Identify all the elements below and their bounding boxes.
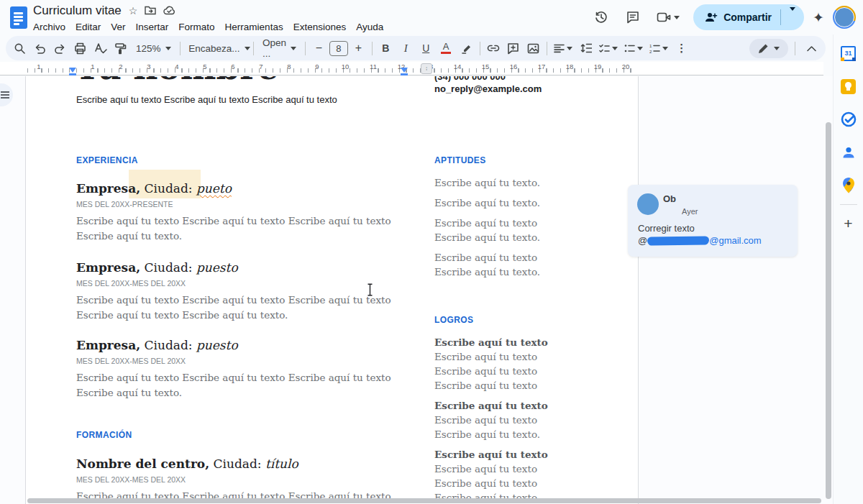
entry-org: Empresa,	[76, 260, 140, 275]
cloud-status-icon[interactable]	[163, 6, 175, 17]
svg-text:2: 2	[649, 50, 652, 53]
experience-entry: Empresa, Ciudad: pueto MES DEL 20XX-PRES…	[76, 180, 405, 243]
menu-ayuda[interactable]: Ayuda	[351, 20, 388, 34]
gemini-sparkle-icon[interactable]: ✦	[810, 9, 827, 26]
ruler-mark: 16	[508, 63, 519, 70]
section-heading-aptitudes: APTITUDES	[434, 155, 486, 165]
vertical-scrollbar[interactable]	[826, 122, 831, 499]
menu-herramientas[interactable]: Herramientas	[220, 20, 288, 34]
document-canvas[interactable]: Tu nombre (34) 000 000 000 no_reply@exam…	[0, 76, 833, 504]
menu-editar[interactable]: Editar	[70, 20, 106, 34]
indent-marker-right[interactable]	[401, 68, 408, 75]
hide-menus-icon[interactable]	[802, 39, 821, 58]
menu-extensiones[interactable]: Extensiones	[288, 20, 352, 34]
avatar[interactable]	[833, 6, 856, 29]
document-page[interactable]: Tu nombre (34) 000 000 000 no_reply@exam…	[25, 76, 639, 504]
contact-email: no_reply@example.com	[434, 83, 600, 94]
ruler-mark: 4	[172, 63, 182, 70]
insert-link-icon[interactable]	[483, 39, 503, 58]
tasks-icon[interactable]	[837, 108, 860, 131]
insert-image-icon[interactable]	[524, 39, 543, 58]
entry-loc: Ciudad:	[209, 457, 265, 471]
title-block: Curriculum vitae ☆ Archivo Editar Ver In…	[33, 3, 388, 34]
search-menus-icon[interactable]	[10, 39, 29, 58]
undo-icon[interactable]	[30, 39, 50, 58]
achievements-list: Escribe aquí tu texto Escribe aquí tu te…	[434, 335, 568, 504]
share-button[interactable]: Compartir	[693, 4, 804, 30]
increase-font-size-button[interactable]: +	[349, 39, 368, 58]
checklist-button[interactable]	[596, 39, 621, 58]
line-spacing-icon[interactable]	[576, 39, 595, 58]
contacts-icon[interactable]	[837, 141, 860, 164]
underline-button[interactable]: U	[416, 39, 436, 58]
toolbar-divider	[305, 42, 306, 55]
horizontal-scrollbar[interactable]	[27, 498, 821, 503]
font-size-input[interactable]	[329, 41, 348, 56]
mention-domain: @gmail.com	[709, 235, 761, 246]
entry-org: Nombre del centro,	[76, 457, 209, 471]
video-call-icon[interactable]	[652, 4, 685, 30]
highlight-color-icon[interactable]	[457, 39, 476, 58]
get-addons-button[interactable]: +	[837, 212, 860, 235]
decrease-font-size-button[interactable]: −	[309, 39, 329, 58]
ruler-mark: 9	[312, 63, 322, 70]
spell-check-icon[interactable]	[91, 39, 110, 58]
styles-select[interactable]: Encabeza...	[183, 39, 250, 58]
entry-role: título	[265, 457, 298, 471]
italic-button[interactable]: I	[396, 39, 416, 58]
share-label: Compartir	[723, 12, 772, 23]
column-gap-handle[interactable]: ⁞	[421, 63, 432, 74]
star-icon[interactable]: ☆	[129, 6, 138, 16]
bold-button[interactable]: B	[376, 39, 396, 58]
font-select[interactable]: Open ...	[257, 39, 301, 58]
align-button[interactable]	[551, 39, 575, 58]
print-icon[interactable]	[70, 39, 90, 58]
bulleted-list-button[interactable]	[621, 39, 646, 58]
menu-bar: Archivo Editar Ver Insertar Formato Herr…	[28, 20, 388, 34]
comments-icon[interactable]	[620, 4, 646, 30]
entry-dates: MES DEL 20XX-MES DEL 20XX	[76, 357, 405, 366]
ruler-mark: 17	[536, 63, 547, 70]
svg-text:1: 1	[649, 44, 652, 48]
keep-icon[interactable]	[837, 75, 860, 98]
maps-icon[interactable]	[837, 174, 860, 197]
document-title[interactable]: Curriculum vitae	[33, 4, 122, 18]
ruler-mark: 7	[256, 63, 266, 70]
menu-archivo[interactable]: Archivo	[28, 20, 70, 34]
ruler-mark: 10	[340, 63, 350, 70]
style-value: Encabeza...	[188, 43, 239, 54]
redo-icon[interactable]	[50, 39, 70, 58]
entry-role-misspelled: pueto	[196, 181, 232, 196]
comment-card[interactable]: Ob Ayer Corregir texto @@gmail.com	[628, 185, 798, 257]
calendar-icon[interactable]: 31	[837, 42, 860, 65]
entry-body: Escribe aquí tu texto Escribe aquí tu te…	[76, 370, 405, 400]
titlebar-actions: Compartir ✦	[588, 0, 856, 35]
version-history-icon[interactable]	[588, 4, 614, 30]
comment-timestamp: Ayer	[682, 207, 698, 216]
add-comment-icon[interactable]	[503, 39, 523, 58]
section-heading-formacion: FORMACIÓN	[76, 430, 132, 440]
achievement-item: Escribe aquí tu texto Escribe aquí tu te…	[434, 335, 568, 393]
skill-item: Escribe aquí tu texto Escribe aquí tu te…	[434, 250, 568, 279]
menu-insertar[interactable]: Insertar	[131, 20, 174, 34]
text-color-button[interactable]: A	[437, 39, 456, 58]
zoom-select[interactable]: 125%	[131, 39, 176, 58]
numbered-list-button[interactable]: 12	[647, 39, 671, 58]
text-cursor	[366, 283, 374, 299]
skill-item: Escribe aquí tu texto Escribe aquí tu te…	[434, 216, 568, 244]
share-dropdown[interactable]	[781, 11, 804, 24]
move-folder-icon[interactable]	[145, 5, 156, 17]
ruler[interactable]: 1 1 2 3 4 5 6 7 8 9 10 11 12 13 14 15 16…	[0, 62, 823, 75]
editing-mode-button[interactable]	[749, 39, 788, 58]
comment-mention[interactable]: @@gmail.com	[638, 235, 762, 246]
toolbar-divider	[480, 42, 480, 55]
paint-format-icon[interactable]	[111, 39, 130, 58]
side-panel-rail: 31 +	[833, 35, 863, 504]
docs-logo-icon[interactable]	[10, 6, 27, 29]
menu-ver[interactable]: Ver	[106, 20, 130, 34]
menu-formato[interactable]: Formato	[173, 20, 219, 34]
intro-line: Escribe aquí tu texto Escribe aquí tu te…	[76, 94, 337, 105]
entry-loc: Ciudad:	[140, 181, 196, 196]
indent-marker-left[interactable]	[69, 68, 76, 75]
more-options-icon[interactable]: ⋮	[672, 39, 691, 58]
